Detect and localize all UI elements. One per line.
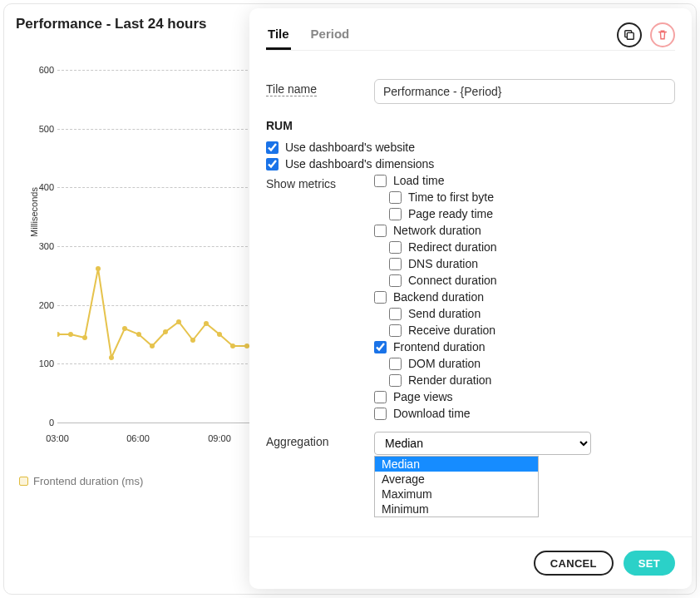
metric-send-duration-checkbox[interactable] xyxy=(389,308,402,320)
y-tick-600: 600 xyxy=(36,65,54,75)
y-axis-label: Milliseconds xyxy=(29,187,39,237)
use-website-label: Use dashboard's website xyxy=(285,141,415,154)
svg-point-4 xyxy=(109,355,114,360)
use-dimensions-checkbox[interactable] xyxy=(266,158,279,171)
metric-receive-duration-checkbox[interactable] xyxy=(389,324,402,337)
use-dimensions-label: Use dashboard's dimensions xyxy=(285,157,434,171)
tile-name-input[interactable] xyxy=(374,79,675,104)
copy-icon xyxy=(624,29,635,41)
svg-point-7 xyxy=(150,343,155,348)
section-heading-rum: RUM xyxy=(266,119,675,132)
aggregation-option-maximum[interactable]: Maximum xyxy=(375,487,538,502)
metric-redirect-duration-label: Redirect duration xyxy=(408,240,497,254)
tab-tile[interactable]: Tile xyxy=(266,20,291,50)
aggregation-label: Aggregation xyxy=(266,432,374,455)
metric-frontend-duration-label: Frontend duration xyxy=(393,340,486,353)
chart-panel: Milliseconds 600 500 400 300 200 100 0 0… xyxy=(16,41,249,507)
tile-name-label: Tile name xyxy=(266,79,317,96)
metric-load-time-checkbox[interactable] xyxy=(374,175,387,187)
tab-period[interactable]: Period xyxy=(309,20,352,50)
y-tick-400: 400 xyxy=(36,182,54,192)
metric-backend-duration-checkbox[interactable] xyxy=(374,291,387,304)
metric-dns-duration-label: DNS duration xyxy=(408,257,478,270)
metric-ttfb-checkbox[interactable] xyxy=(389,191,402,204)
metric-render-duration-checkbox[interactable] xyxy=(389,374,402,387)
modal-body: Tile name RUM Use dashboard's website Us… xyxy=(249,51,692,536)
svg-point-5 xyxy=(122,326,127,331)
y-tick-0: 0 xyxy=(36,418,54,427)
tile-edit-modal: Tile Period Tile name xyxy=(249,8,692,589)
aggregation-option-minimum[interactable]: Minimum xyxy=(375,502,538,516)
metric-network-duration-label: Network duration xyxy=(393,224,481,237)
svg-point-3 xyxy=(96,266,101,271)
svg-point-10 xyxy=(190,338,195,343)
metric-connect-duration-label: Connect duration xyxy=(408,274,497,287)
aggregation-dropdown: Median Average Maximum Minimum xyxy=(374,456,539,517)
modal-header: Tile Period xyxy=(249,8,692,50)
svg-point-13 xyxy=(230,343,235,348)
metric-backend-duration-label: Backend duration xyxy=(393,290,484,304)
svg-point-2 xyxy=(82,335,87,340)
tabs: Tile Period xyxy=(266,20,351,50)
aggregation-option-average[interactable]: Average xyxy=(375,472,538,487)
metric-dom-duration-checkbox[interactable] xyxy=(389,358,402,370)
legend-swatch xyxy=(19,477,28,486)
cancel-button[interactable]: CANCEL xyxy=(534,551,614,576)
chart-legend: Frontend duration (ms) xyxy=(19,475,143,487)
y-tick-200: 200 xyxy=(36,300,54,310)
svg-point-0 xyxy=(57,332,60,337)
y-tick-500: 500 xyxy=(36,124,54,134)
svg-point-12 xyxy=(217,332,222,337)
y-tick-300: 300 xyxy=(36,241,54,251)
x-tick-2: 09:00 xyxy=(208,433,231,443)
metric-dom-duration-label: DOM duration xyxy=(408,357,481,370)
tile-title: Performance - Last 24 hours xyxy=(16,16,207,32)
metric-dns-duration-checkbox[interactable] xyxy=(389,258,402,270)
metric-redirect-duration-checkbox[interactable] xyxy=(389,241,402,254)
x-tick-0: 03:00 xyxy=(46,433,69,443)
metric-page-views-label: Page views xyxy=(393,390,453,403)
show-metrics-label: Show metrics xyxy=(266,174,374,423)
metric-connect-duration-checkbox[interactable] xyxy=(389,274,402,287)
use-website-checkbox[interactable] xyxy=(266,141,279,154)
svg-point-1 xyxy=(68,332,73,337)
metric-page-views-checkbox[interactable] xyxy=(374,391,387,403)
y-tick-100: 100 xyxy=(36,358,54,368)
metric-send-duration-label: Send duration xyxy=(408,307,481,320)
svg-point-11 xyxy=(204,321,209,326)
legend-label: Frontend duration (ms) xyxy=(33,475,143,487)
delete-button[interactable] xyxy=(650,22,675,47)
duplicate-button[interactable] xyxy=(617,22,642,47)
metric-frontend-duration-checkbox[interactable] xyxy=(374,341,387,353)
metric-download-time-label: Download time xyxy=(393,407,471,420)
metric-load-time-label: Load time xyxy=(393,174,444,187)
trash-icon xyxy=(657,29,668,41)
metric-receive-duration-label: Receive duration xyxy=(408,324,495,337)
header-actions xyxy=(617,22,675,47)
svg-rect-17 xyxy=(627,32,633,39)
svg-point-8 xyxy=(163,329,168,334)
x-tick-1: 06:00 xyxy=(126,433,150,443)
svg-point-9 xyxy=(176,319,181,324)
metric-page-ready-checkbox[interactable] xyxy=(389,208,402,220)
metric-page-ready-label: Page ready time xyxy=(408,207,493,220)
metric-download-time-checkbox[interactable] xyxy=(374,408,387,420)
set-button[interactable]: SET xyxy=(624,551,675,576)
modal-footer: CANCEL SET xyxy=(249,536,692,589)
aggregation-option-median[interactable]: Median xyxy=(375,457,538,472)
svg-point-6 xyxy=(136,332,141,337)
metric-ttfb-label: Time to first byte xyxy=(408,190,494,204)
line-chart xyxy=(57,41,260,432)
aggregation-select[interactable]: Median xyxy=(374,432,591,455)
metric-render-duration-label: Render duration xyxy=(408,373,491,387)
metric-network-duration-checkbox[interactable] xyxy=(374,225,387,237)
